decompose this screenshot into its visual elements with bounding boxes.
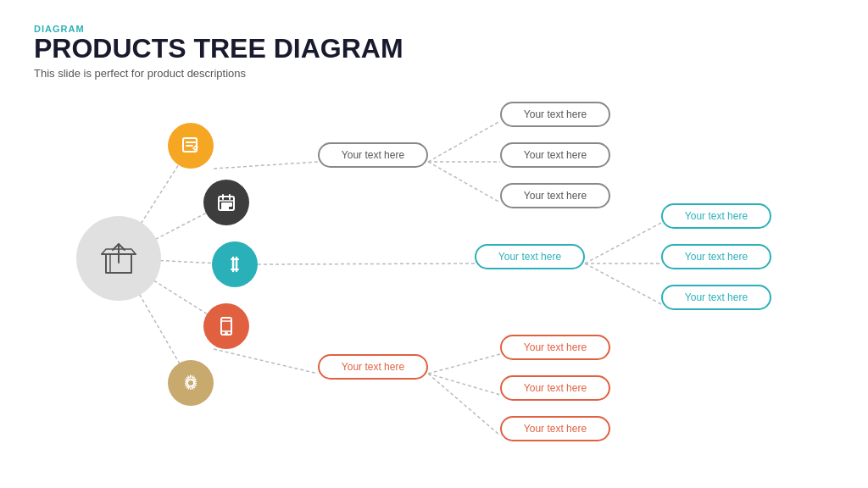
pencil-icon-circle — [168, 123, 214, 169]
pill-mid-bot[interactable]: Your text here — [318, 354, 428, 380]
pill-orange-3[interactable]: Your text here — [500, 416, 610, 441]
gear-icon — [179, 371, 203, 395]
gear-icon-circle — [168, 360, 214, 406]
phone-icon — [214, 314, 238, 338]
svg-line-13 — [214, 349, 318, 374]
pill-gray-2[interactable]: Your text here — [500, 142, 610, 168]
pill-teal-center[interactable]: Your text here — [475, 244, 585, 269]
pill-gray-3[interactable]: Your text here — [500, 183, 610, 208]
calendar-icon — [214, 191, 238, 214]
svg-point-38 — [225, 333, 227, 335]
diagram-area: Your text here Your text here Your text … — [25, 85, 839, 466]
svg-rect-30 — [225, 207, 228, 209]
pill-gray-1[interactable]: Your text here — [500, 102, 610, 127]
pill-teal-3[interactable]: Your text here — [661, 285, 771, 310]
phone-icon-circle — [203, 303, 249, 349]
calendar-icon-circle — [203, 180, 249, 225]
center-icon-circle — [76, 216, 161, 301]
box-upload-icon — [97, 237, 140, 280]
wrench-icon — [223, 252, 247, 276]
svg-line-6 — [428, 121, 500, 162]
svg-line-12 — [585, 263, 661, 304]
pill-teal-2[interactable]: Your text here — [661, 244, 771, 269]
header: DIAGRAM PRODUCTS TREE DIAGRAM This slide… — [34, 24, 403, 80]
svg-rect-27 — [225, 203, 228, 206]
page-subtitle: This slide is perfect for product descri… — [34, 67, 403, 80]
svg-rect-28 — [229, 203, 231, 206]
svg-line-14 — [428, 354, 500, 374]
pencil-icon — [179, 134, 203, 158]
pill-orange-2[interactable]: Your text here — [500, 375, 610, 401]
svg-line-5 — [214, 162, 318, 169]
svg-line-16 — [428, 374, 500, 435]
svg-line-9 — [258, 263, 475, 264]
svg-line-8 — [428, 162, 500, 202]
pill-mid-top[interactable]: Your text here — [318, 142, 428, 168]
svg-rect-26 — [222, 203, 225, 206]
svg-rect-29 — [222, 207, 225, 209]
svg-line-15 — [428, 374, 500, 395]
svg-line-10 — [585, 223, 661, 263]
pill-orange-1[interactable]: Your text here — [500, 335, 610, 360]
pill-teal-1[interactable]: Your text here — [661, 203, 771, 229]
wrench-icon-circle — [212, 241, 258, 287]
page-title: PRODUCTS TREE DIAGRAM — [34, 34, 403, 64]
